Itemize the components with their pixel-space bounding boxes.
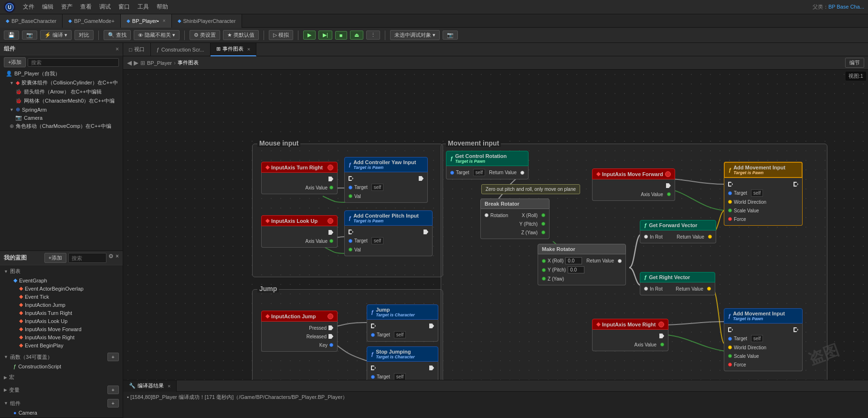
ami2-force-pin[interactable] <box>728 363 732 366</box>
gfv-in-pin[interactable] <box>644 235 648 239</box>
components-close[interactable]: × <box>116 46 119 52</box>
tab-event-graph[interactable]: ⊞ 事件图表 × <box>211 43 256 56</box>
pitch-val-pin[interactable] <box>349 248 352 251</box>
yaw-target-pin[interactable] <box>349 186 352 189</box>
add-function-button[interactable]: + <box>107 353 119 361</box>
ami2-sv-pin[interactable] <box>728 354 732 358</box>
menu-help[interactable]: 帮助 <box>153 3 172 11</box>
menu-view[interactable]: 查看 <box>76 3 95 11</box>
lookup-axis-pin[interactable] <box>329 239 333 243</box>
add-variable-button[interactable]: + <box>107 386 119 394</box>
input-axis-lookup[interactable]: ◆ InputAxis Look Up <box>4 317 119 325</box>
node-input-action-jump[interactable]: ◆ InputAction Jump Pressed Released Key <box>261 311 338 352</box>
tree-item-springarm[interactable]: ▼ ⊕ SpringArm <box>0 105 123 114</box>
exec-out-pin[interactable] <box>328 177 333 181</box>
ami2-exec-out-pin[interactable] <box>794 327 798 332</box>
node-make-rotator[interactable]: Make Rotator X (Roll) Return Value Y (Pi… <box>538 244 626 285</box>
node-input-axis-move-right[interactable]: ◆ InputAxis Move Right Axis Value <box>592 319 668 351</box>
ami2-target-pin[interactable] <box>728 337 732 341</box>
gcr-return-pin[interactable] <box>520 171 524 175</box>
play-button[interactable]: ▶ <box>303 31 316 40</box>
my-blueprint-settings[interactable]: ⚙ <box>108 253 114 263</box>
bottom-tab-compiler[interactable]: 🔧 编译器结果 × <box>123 380 177 392</box>
tab-viewport[interactable]: □ 视口 <box>123 43 151 56</box>
pitch-exec-in-pin[interactable] <box>349 230 353 234</box>
make-rot-y-input[interactable] <box>568 266 584 273</box>
tree-item-bp-player[interactable]: 👤 BP_Player（自我） <box>0 69 123 78</box>
simulate-button[interactable]: ▷ 模拟 <box>269 30 293 40</box>
tree-item-camera[interactable]: 📷 Camera <box>0 114 123 122</box>
menu-edit[interactable]: 编辑 <box>38 3 57 11</box>
menu-window[interactable]: 窗口 <box>115 3 134 11</box>
eject-button[interactable]: ⏏ <box>350 31 363 40</box>
tab-bp-gamemode[interactable]: ◆ BP_GameMode+ <box>63 14 121 28</box>
nav-fwd[interactable]: ▶ <box>134 59 138 66</box>
ami1-exec-in-pin[interactable] <box>728 182 733 187</box>
event-begin-play[interactable]: ◆ Event BeginPlay <box>4 341 119 349</box>
tree-item-mesh[interactable]: 🐞 网格体（CharacterMesh0）在C++中编 <box>0 96 123 105</box>
grv-in-pin[interactable] <box>644 287 648 291</box>
play-next-button[interactable]: ▶| <box>318 31 332 40</box>
node-add-controller-pitch[interactable]: ƒ Add Controller Pitch Input Target is P… <box>344 210 433 256</box>
tree-item-charmove[interactable]: ⊕ 角色移动（CharMoveComp）在C++中编 <box>0 122 123 131</box>
jump-released-pin[interactable] <box>328 334 333 339</box>
camera-button[interactable]: 📷 <box>22 31 37 40</box>
axis-value-pin[interactable] <box>329 186 333 189</box>
yaw-exec-in-pin[interactable] <box>349 176 353 181</box>
mf-exec-out-pin[interactable] <box>666 183 671 188</box>
find-button[interactable]: 🔍 查找 <box>104 30 131 40</box>
node-get-control-rotation[interactable]: ƒ Get Control Rotation Target is Pawn Ta… <box>446 151 529 179</box>
event-actor-begin[interactable]: ◆ Event ActorBeginOverlap <box>4 284 119 293</box>
break-rot-y-pin[interactable] <box>541 222 545 226</box>
breadcrumb-root[interactable]: BP_Player <box>147 60 172 66</box>
stop-jump-exec-out-pin[interactable] <box>429 366 434 370</box>
ami1-sv-pin[interactable] <box>728 209 732 212</box>
add-component-tree-button[interactable]: + <box>107 399 119 408</box>
ami1-target-pin[interactable] <box>728 191 732 195</box>
stop-button[interactable]: ■ <box>335 31 347 40</box>
break-rot-x-pin[interactable] <box>541 213 545 217</box>
tab-bp-player[interactable]: ◆ BP_Player• × <box>121 14 172 28</box>
class-settings-button[interactable]: ⚙ 类设置 <box>190 30 220 40</box>
ami1-exec-out-pin[interactable] <box>794 182 798 187</box>
mr-axis-pin[interactable] <box>660 343 664 346</box>
node-stop-jumping[interactable]: ƒ Stop Jumping Target is Character Targ <box>367 346 438 380</box>
make-rot-x-input[interactable] <box>565 257 582 264</box>
node-add-movement-input-1[interactable]: ƒ Add Movement Input Target is Pawn Tar <box>724 162 803 226</box>
input-axis-move-right[interactable]: ◆ InputAxis Move Right <box>4 333 119 341</box>
add-component-button[interactable]: +添加 <box>4 57 26 67</box>
node-input-axis-move-forward[interactable]: ◆ InputAxis Move Forward Axis Value <box>592 168 675 201</box>
tab-shinbi[interactable]: ◆ ShinbiPlayerCharacter <box>172 14 242 28</box>
node-add-movement-input-2[interactable]: ƒ Add Movement Input Target is Pawn Tar <box>724 308 803 371</box>
input-action-jump[interactable]: ◆ InputAction Jump <box>4 301 119 309</box>
ami2-exec-in-pin[interactable] <box>728 327 733 332</box>
break-rot-z-pin[interactable] <box>541 230 545 234</box>
mr-exec-out-pin[interactable] <box>659 334 664 338</box>
node-jump[interactable]: ƒ Jump Target is Character Target <box>367 304 438 342</box>
jump-exec-out-pin[interactable] <box>429 324 434 328</box>
jump-pressed-pin[interactable] <box>328 325 333 330</box>
my-blueprint-add[interactable]: +添加 <box>44 253 66 263</box>
jump-key-pin[interactable] <box>329 343 333 347</box>
ami1-force-pin[interactable] <box>728 217 732 221</box>
node-get-right-vector[interactable]: ƒ Get Right Vector In Rot Return Value <box>640 272 715 295</box>
make-rot-z-pin[interactable] <box>542 277 546 281</box>
make-rot-y-pin[interactable] <box>542 268 546 272</box>
components-search[interactable] <box>28 58 119 67</box>
tab-bp-base[interactable]: ◆ BP_BaseCharacter <box>0 14 63 28</box>
debug-target-button[interactable]: 未选中调试对象 ▾ <box>390 30 440 40</box>
graph-area[interactable]: Mouse input Jump Movement input ◆ InputA… <box>123 70 868 380</box>
camera-var[interactable]: ● Camera <box>4 409 119 417</box>
tab-construction[interactable]: ƒ Construction Scr... <box>151 43 211 56</box>
pitch-exec-out-pin[interactable] <box>423 230 428 234</box>
diff-button[interactable]: 对比 <box>74 30 94 40</box>
hide-button[interactable]: 👁 隐藏不相关 ▾ <box>134 30 180 40</box>
event-graph-item[interactable]: ◆ EventGraph <box>4 276 119 284</box>
tab-event-graph-close[interactable]: × <box>247 46 250 52</box>
yaw-exec-out-pin[interactable] <box>419 176 423 181</box>
jump-exec-in-pin[interactable] <box>371 324 376 328</box>
menu-tools[interactable]: 工具 <box>134 3 153 11</box>
bottom-tab-close[interactable]: × <box>168 383 170 389</box>
make-rot-x-pin[interactable] <box>542 259 546 263</box>
menu-debug[interactable]: 调试 <box>95 3 115 11</box>
